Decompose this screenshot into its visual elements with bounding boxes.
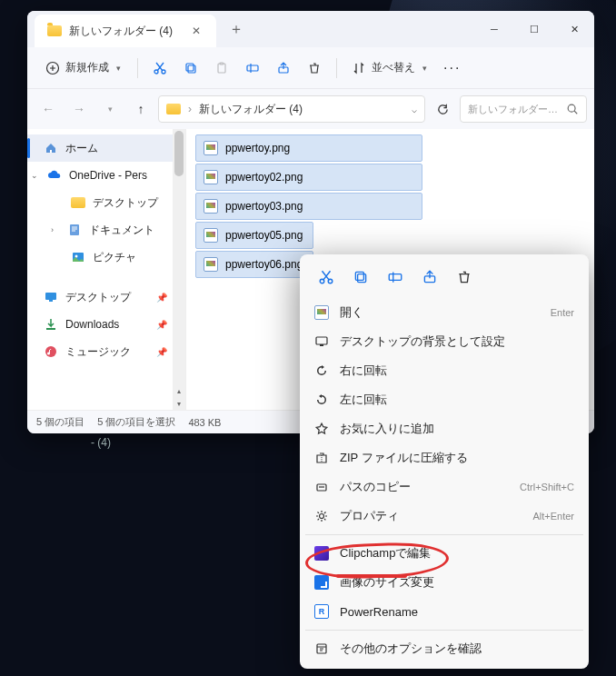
file-name: ppwertoy03.png <box>225 200 303 213</box>
sidebar-item-pictures[interactable]: ピクチャ <box>27 244 185 271</box>
paste-icon <box>214 61 229 75</box>
rename-icon <box>387 269 403 285</box>
delete-button[interactable] <box>300 54 329 83</box>
context-label: パスのコピー <box>340 479 411 495</box>
context-item-favorite[interactable]: お気に入りに追加 <box>305 414 583 443</box>
copy-button[interactable] <box>176 54 205 83</box>
sort-label: 並べ替え <box>372 60 415 75</box>
file-name: ppwertoy06.png <box>225 258 303 271</box>
context-share-button[interactable] <box>414 263 445 291</box>
rename-icon <box>245 61 260 75</box>
cloud-icon <box>47 168 62 183</box>
shortcut: Alt+Enter <box>532 511 574 522</box>
sidebar-label: ミュージック <box>65 344 131 360</box>
music-icon <box>44 344 58 359</box>
pin-icon: 📌 <box>156 293 167 303</box>
divider <box>305 534 583 535</box>
context-item-clipchamp[interactable]: Clipchampで編集 <box>305 539 583 568</box>
sort-icon <box>352 61 366 75</box>
sidebar-item-documents[interactable]: › ドキュメント <box>27 216 185 244</box>
file-row[interactable]: ppwertoy.png <box>195 134 422 162</box>
scissors-icon <box>318 269 334 285</box>
scroll-up-icon[interactable]: ▴ <box>173 384 185 397</box>
scissors-icon <box>153 61 167 75</box>
toolbar: 新規作成 ▾ 並べ替え ▾ ··· <box>27 47 594 89</box>
sidebar-item-downloads[interactable]: Downloads 📌 <box>27 311 185 338</box>
context-rename-button[interactable] <box>380 263 411 291</box>
resize-icon <box>314 575 329 590</box>
trash-icon <box>456 269 472 285</box>
context-label: Clipchampで編集 <box>340 545 431 562</box>
more-button[interactable]: ··· <box>436 54 468 83</box>
shortcut: Enter <box>551 307 574 318</box>
forward-button[interactable]: → <box>65 95 93 123</box>
sort-button[interactable]: 並べ替え ▾ <box>344 54 434 83</box>
chevron-down-icon[interactable]: ⌄ <box>31 171 40 180</box>
back-button[interactable]: ← <box>35 95 62 123</box>
svg-rect-3 <box>186 64 194 71</box>
context-label: ZIP ファイルに圧縮する <box>340 450 468 466</box>
close-button[interactable]: ✕ <box>554 15 594 44</box>
new-tab-button[interactable]: ＋ <box>224 16 249 42</box>
address-bar[interactable]: › 新しいフォルダー (4) ⌵ <box>158 95 425 123</box>
context-label: 開く <box>340 304 363 321</box>
paste-button[interactable] <box>207 54 236 83</box>
sidebar-scrollbar[interactable]: ▴ ▾ <box>173 129 185 410</box>
svg-rect-20 <box>389 274 402 281</box>
share-button[interactable] <box>269 54 298 83</box>
minimize-button[interactable]: ─ <box>474 15 514 44</box>
cut-button[interactable] <box>145 54 174 83</box>
recent-button[interactable]: ▾ <box>96 95 124 123</box>
context-cut-button[interactable] <box>311 263 342 291</box>
sidebar-item-home[interactable]: ホーム <box>27 134 185 162</box>
scrollbar-thumb[interactable] <box>174 131 184 176</box>
context-label: プロパティ <box>340 508 399 524</box>
pictures-icon <box>71 250 85 264</box>
scroll-down-icon[interactable]: ▾ <box>173 397 185 410</box>
context-item-rotate-left[interactable]: 左に回転 <box>305 385 583 414</box>
context-item-open[interactable]: 開く Enter <box>305 298 583 327</box>
rename-button[interactable] <box>238 54 267 83</box>
image-file-icon <box>204 228 218 243</box>
chevron-down-icon[interactable]: ⌵ <box>412 104 417 114</box>
tab-active[interactable]: 新しいフォルダー (4) ✕ <box>35 15 216 47</box>
copy-path-icon <box>314 480 329 494</box>
sidebar-label: ピクチャ <box>93 250 136 265</box>
file-row[interactable]: ppwertoy03.png <box>195 193 422 220</box>
desktop-icon <box>44 290 58 304</box>
context-item-more-options[interactable]: その他のオプションを確認 <box>305 634 583 663</box>
sidebar-item-desktop-sub[interactable]: デスクトップ <box>27 189 185 216</box>
svg-point-15 <box>45 346 56 357</box>
copy-icon <box>184 61 198 75</box>
context-item-zip[interactable]: ZIP ファイルに圧縮する <box>305 443 583 472</box>
context-item-rotate-right[interactable]: 右に回転 <box>305 356 583 385</box>
context-copy-button[interactable] <box>345 263 376 291</box>
sidebar-item-desktop[interactable]: デスクトップ 📌 <box>27 283 185 311</box>
search-input[interactable]: 新しいフォルダー (4)... <box>460 95 587 123</box>
up-button[interactable]: ↑ <box>127 95 154 123</box>
separator <box>137 58 138 78</box>
share-icon <box>276 61 291 75</box>
file-row[interactable]: ppwertoy05.png <box>195 222 313 249</box>
context-delete-button[interactable] <box>449 263 480 291</box>
sidebar-item-music[interactable]: ミュージック 📌 <box>27 338 185 365</box>
context-item-properties[interactable]: プロパティ Alt+Enter <box>305 502 583 531</box>
refresh-button[interactable] <box>429 95 456 123</box>
file-row[interactable]: ppwertoy06.png <box>195 251 313 278</box>
folder-icon <box>47 25 62 36</box>
context-label: PowerRename <box>340 605 418 619</box>
new-button[interactable]: 新規作成 ▾ <box>36 54 130 83</box>
context-item-wallpaper[interactable]: デスクトップの背景として設定 <box>305 327 583 356</box>
context-item-image-resize[interactable]: 画像のサイズ変更 <box>305 568 583 597</box>
separator <box>336 58 337 78</box>
chevron-right-icon[interactable]: › <box>51 225 60 234</box>
context-item-copy-path[interactable]: パスのコピー Ctrl+Shift+C <box>305 472 583 502</box>
zip-icon <box>314 451 329 465</box>
tab-close-button[interactable]: ✕ <box>189 24 204 38</box>
file-row[interactable]: ppwertoy02.png <box>195 164 422 191</box>
image-icon <box>314 305 329 320</box>
context-item-powerrename[interactable]: PowerRename <box>305 597 583 626</box>
maximize-button[interactable]: ☐ <box>514 15 554 44</box>
svg-rect-13 <box>45 293 56 300</box>
sidebar-item-onedrive[interactable]: ⌄ OneDrive - Pers <box>27 162 185 189</box>
